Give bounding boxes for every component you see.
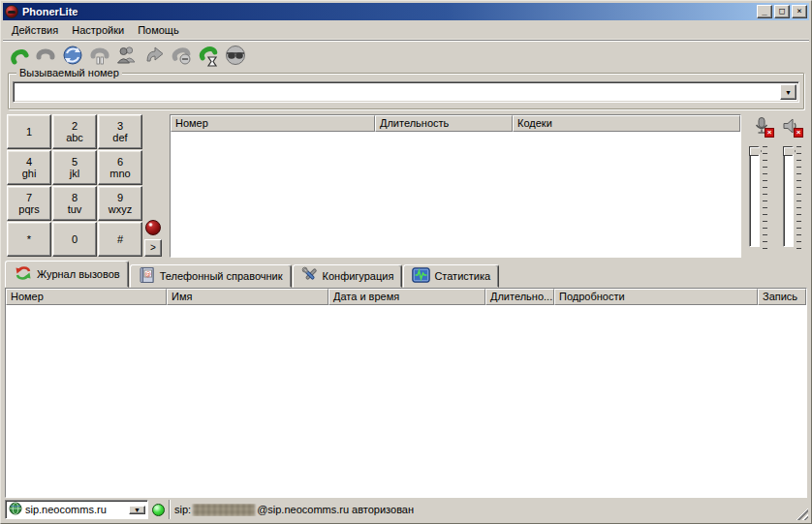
stats-icon xyxy=(412,267,430,285)
mute-speaker-button[interactable]: × xyxy=(778,115,803,139)
status-suffix: @sip.neocomms.ru авторизован xyxy=(257,504,414,515)
refresh-arrows-icon xyxy=(14,264,33,284)
mute-microphone-button[interactable]: × xyxy=(749,115,774,139)
dialpad-key-6[interactable]: 6mno xyxy=(98,150,142,185)
conference-button[interactable] xyxy=(113,43,141,69)
sunglasses-icon xyxy=(224,44,247,67)
callee-number-value[interactable] xyxy=(14,82,778,102)
call-state-led xyxy=(145,220,161,235)
people-icon xyxy=(115,44,139,67)
phonerlite-window: PhonerLite _ □ × Действия Настройки Помо… xyxy=(0,0,812,524)
callee-number-label: Вызываемый номер xyxy=(16,67,122,78)
title-bar: PhonerLite _ □ × xyxy=(3,3,809,20)
dialpad-key-star[interactable]: * xyxy=(7,222,51,257)
dialpad-key-8[interactable]: 8tuv xyxy=(52,186,97,221)
history-header-row: Номер Имя Дата и время Длительно... Подр… xyxy=(6,289,806,305)
tab-label: Конфигурация xyxy=(323,270,394,282)
profile-name: sip.neocomms.ru xyxy=(25,504,127,515)
tab-call-log[interactable]: Журнал вызовов xyxy=(5,261,129,288)
profile-combobox[interactable]: sip.neocomms.ru ▼ xyxy=(5,500,148,519)
reject-button[interactable] xyxy=(168,43,195,69)
dialpad-key-5[interactable]: 5jkl xyxy=(52,150,97,185)
speaker-volume-slider[interactable] xyxy=(783,146,803,258)
column-header-number[interactable]: Номер xyxy=(6,289,167,305)
toolbar xyxy=(3,40,809,70)
close-button[interactable]: × xyxy=(792,5,807,18)
dialpad-key-4[interactable]: 4ghi xyxy=(7,150,51,185)
transfer-button[interactable] xyxy=(141,43,168,69)
window-title: PhonerLite xyxy=(22,6,755,17)
tab-label: Журнал вызовов xyxy=(37,268,120,280)
menu-help[interactable]: Помощь xyxy=(131,22,186,38)
main-panel: 1 2abc 3def 4ghi 5jkl 6mno 7pqrs 8tuv 9w… xyxy=(7,114,805,258)
chevron-down-icon: ▼ xyxy=(134,507,141,513)
tab-phonebook[interactable]: @ Телефонный справочник xyxy=(130,264,292,288)
dialpad-key-hash[interactable]: # xyxy=(98,222,142,257)
minimize-button[interactable]: _ xyxy=(757,5,772,18)
menu-bar: Действия Настройки Помощь xyxy=(3,20,809,40)
column-header-duration[interactable]: Длительно... xyxy=(485,289,554,305)
column-header-details[interactable]: Подробности xyxy=(554,289,758,305)
maximize-button[interactable]: □ xyxy=(774,5,790,18)
auto-answer-button[interactable] xyxy=(195,43,222,69)
gray-handset-icon xyxy=(34,44,57,67)
forward-arrow-icon xyxy=(142,44,166,67)
column-header-codecs[interactable]: Кодеки xyxy=(513,115,740,132)
green-handset-icon xyxy=(7,44,30,67)
tab-statistics[interactable]: Статистика xyxy=(403,264,499,288)
dialpad-key-0[interactable]: 0 xyxy=(52,222,97,257)
dialpad-key-1[interactable]: 1 xyxy=(7,114,51,149)
column-header-number[interactable]: Номер xyxy=(171,115,375,132)
dialpad-key-9[interactable]: 9wxyz xyxy=(98,186,142,221)
dialpad-key-2[interactable]: 2abc xyxy=(52,114,97,149)
registration-status: sip: @sip.neocomms.ru авторизован xyxy=(174,504,806,516)
phonebook-icon: @ xyxy=(139,266,156,286)
microphone-slider-ticks xyxy=(763,146,769,249)
globe-icon xyxy=(9,502,22,517)
callee-number-dropdown-button[interactable]: ▼ xyxy=(780,84,796,100)
active-call-header-row: Номер Длительность Кодеки xyxy=(171,115,740,132)
status-bar: sip.neocomms.ru ▼ sip: @sip.neocomms.ru … xyxy=(3,498,809,521)
call-state-column: > xyxy=(142,114,164,258)
history-list-body[interactable] xyxy=(6,305,806,497)
speaker-slider-thumb[interactable] xyxy=(783,146,796,156)
active-call-list-body[interactable] xyxy=(171,132,740,257)
tab-label: Статистика xyxy=(434,270,490,282)
column-header-name[interactable]: Имя xyxy=(167,289,328,305)
mute-x-badge-icon: × xyxy=(765,128,774,138)
menu-settings[interactable]: Настройки xyxy=(65,22,131,38)
status-prefix: sip: xyxy=(174,504,191,515)
microphone-slider-thumb[interactable] xyxy=(749,146,762,156)
handset-minus-icon xyxy=(170,44,193,67)
tab-configuration[interactable]: Конфигурация xyxy=(293,264,403,288)
redial-button[interactable] xyxy=(59,43,86,69)
speaker-slider-track[interactable] xyxy=(783,146,794,247)
column-header-record[interactable]: Запись xyxy=(758,289,806,305)
call-history-table: Номер Имя Дата и время Длительно... Подр… xyxy=(5,288,807,498)
expand-button[interactable]: > xyxy=(144,239,162,257)
column-header-datetime[interactable]: Дата и время xyxy=(328,289,485,305)
tools-icon xyxy=(301,266,319,286)
microphone-volume-slider[interactable] xyxy=(749,146,769,258)
mute-x-badge-icon: × xyxy=(794,128,803,138)
do-not-disturb-button[interactable] xyxy=(222,43,249,69)
handset-pause-icon xyxy=(88,44,111,67)
redacted-account-name xyxy=(193,504,255,516)
active-call-list: Номер Длительность Кодеки xyxy=(170,114,741,258)
menu-actions[interactable]: Действия xyxy=(5,22,65,38)
hold-button[interactable] xyxy=(86,43,113,69)
globe-refresh-icon xyxy=(61,44,84,67)
dialpad-key-3[interactable]: 3def xyxy=(98,114,142,149)
profile-dropdown-button[interactable]: ▼ xyxy=(129,506,145,514)
dial-button[interactable] xyxy=(5,43,32,69)
statusbar-divider xyxy=(169,500,171,519)
dialpad-key-7[interactable]: 7pqrs xyxy=(7,186,51,221)
registration-led xyxy=(152,504,165,516)
tab-label: Телефонный справочник xyxy=(160,270,283,282)
dialpad: 1 2abc 3def 4ghi 5jkl 6mno 7pqrs 8tuv 9w… xyxy=(7,114,142,258)
microphone-slider-track[interactable] xyxy=(749,146,760,247)
hangup-button[interactable] xyxy=(32,43,59,69)
column-header-duration[interactable]: Длительность xyxy=(375,115,513,132)
speaker-slider-ticks xyxy=(796,146,803,249)
callee-number-combobox[interactable]: ▼ xyxy=(13,81,799,103)
